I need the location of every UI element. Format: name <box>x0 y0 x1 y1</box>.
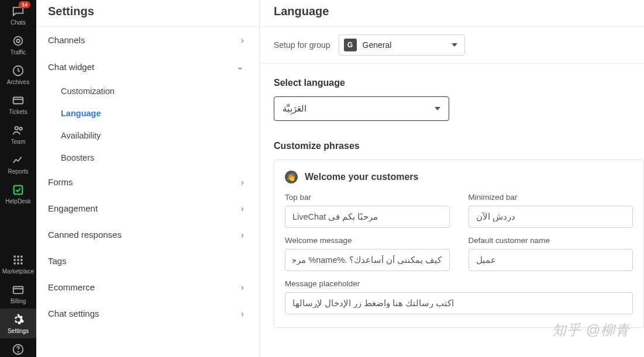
menu-tags[interactable]: Tags <box>36 248 257 274</box>
caret-down-icon <box>435 107 440 110</box>
group-label: Setup for group <box>274 40 330 50</box>
rail-traffic[interactable]: Traffic <box>0 30 36 60</box>
chats-badge: 14 <box>19 1 30 8</box>
placeholder-input[interactable] <box>285 292 633 314</box>
chevron-right-icon: › <box>241 230 244 240</box>
nav-rail: 14 Chats Traffic Archives Tickets Team R… <box>0 0 36 357</box>
svg-point-0 <box>16 39 20 43</box>
rail-archives[interactable]: Archives <box>0 60 36 89</box>
sub-boosters[interactable]: Boosters <box>49 147 257 169</box>
placeholder-label: Message placeholder <box>285 279 633 288</box>
svg-point-18 <box>18 352 18 352</box>
default-name-label: Default customer name <box>469 236 633 245</box>
svg-rect-10 <box>14 259 16 261</box>
chevron-right-icon: › <box>241 309 244 318</box>
rail-team[interactable]: Team <box>0 119 36 149</box>
rail-billing[interactable]: Billing <box>0 279 36 309</box>
rail-tickets[interactable]: Tickets <box>0 89 36 119</box>
svg-point-1 <box>14 37 23 46</box>
group-name: General <box>363 40 392 50</box>
svg-rect-3 <box>13 98 23 104</box>
settings-column: Settings Channels › Chat widget ⌄ Custom… <box>36 0 260 357</box>
language-select[interactable]: العَرَبِيَّة <box>274 96 449 121</box>
panel-title: Language <box>260 0 644 26</box>
svg-rect-12 <box>20 259 22 261</box>
svg-rect-8 <box>17 256 19 258</box>
settings-menu: Channels › Chat widget ⌄ Customization L… <box>36 26 259 357</box>
rail-helpdesk[interactable]: HelpDesk <box>0 179 36 209</box>
team-icon <box>12 124 25 137</box>
rail-reports[interactable]: Reports <box>0 149 36 179</box>
menu-chat-settings[interactable]: Chat settings › <box>36 300 257 327</box>
svg-rect-7 <box>14 256 16 258</box>
marketplace-icon <box>12 254 25 266</box>
minimized-label: Minimized bar <box>469 193 633 202</box>
select-language-title: Select language <box>274 78 644 88</box>
menu-ecommerce[interactable]: Ecommerce › <box>36 274 257 300</box>
rail-settings[interactable]: Settings <box>0 309 36 338</box>
chevron-down-icon: ⌄ <box>236 61 244 72</box>
card-header: 👋 Welcome your customers <box>285 171 633 183</box>
content-panel: Language Setup for group G General Selec… <box>260 0 644 357</box>
rail-chats[interactable]: 14 Chats <box>0 0 36 30</box>
group-select[interactable]: G General <box>339 34 465 56</box>
default-name-input[interactable] <box>469 249 633 271</box>
minimized-input[interactable] <box>469 206 633 228</box>
archives-icon <box>12 64 25 77</box>
welcome-input[interactable] <box>285 249 450 271</box>
menu-chat-widget[interactable]: Chat widget ⌄ <box>36 53 257 80</box>
svg-rect-14 <box>17 262 19 264</box>
reports-icon <box>12 154 25 167</box>
settings-icon <box>12 313 25 326</box>
help-icon <box>12 343 25 356</box>
sub-language[interactable]: Language <box>49 102 257 124</box>
menu-engagement[interactable]: Engagement › <box>36 195 257 221</box>
welcome-label: Welcome message <box>285 236 450 245</box>
chevron-right-icon: › <box>241 282 244 292</box>
chevron-right-icon: › <box>241 35 244 45</box>
chevron-right-icon: › <box>241 177 244 187</box>
rail-help[interactable] <box>0 338 36 357</box>
traffic-icon <box>12 34 25 47</box>
top-bar-label: Top bar <box>285 193 450 202</box>
svg-rect-16 <box>13 287 23 294</box>
caret-down-icon <box>452 43 457 47</box>
customize-title: Customize phrases <box>274 141 644 151</box>
svg-rect-9 <box>20 256 22 258</box>
svg-rect-15 <box>20 262 22 264</box>
wave-icon: 👋 <box>285 171 298 183</box>
rail-marketplace[interactable]: Marketplace <box>0 249 36 279</box>
billing-icon <box>12 283 25 296</box>
group-bar: Setup for group G General <box>260 26 644 64</box>
svg-point-4 <box>15 127 19 130</box>
sub-availability[interactable]: Availability <box>49 124 257 147</box>
svg-rect-13 <box>14 262 16 264</box>
helpdesk-icon <box>12 183 25 196</box>
settings-title: Settings <box>36 0 259 26</box>
svg-point-5 <box>19 127 22 130</box>
menu-canned[interactable]: Canned responses › <box>36 221 257 248</box>
tickets-icon <box>12 94 25 107</box>
sub-customization[interactable]: Customization <box>49 80 257 102</box>
submenu-chat-widget: Customization Language Availability Boos… <box>36 80 257 169</box>
welcome-card: 👋 Welcome your customers Top bar Minimiz… <box>274 160 644 328</box>
svg-rect-11 <box>17 259 19 261</box>
menu-channels[interactable]: Channels › <box>36 27 257 53</box>
group-badge: G <box>344 39 357 51</box>
top-bar-input[interactable] <box>285 206 450 228</box>
menu-forms[interactable]: Forms › <box>36 169 257 195</box>
panel-body: Select language العَرَبِيَّة Customize p… <box>260 64 644 357</box>
chevron-right-icon: › <box>241 203 244 213</box>
selected-language: العَرَبِيَّة <box>283 103 306 114</box>
